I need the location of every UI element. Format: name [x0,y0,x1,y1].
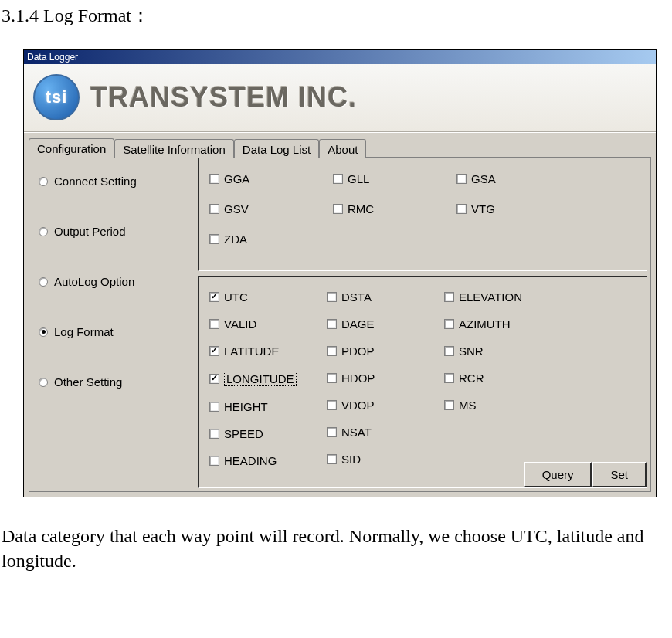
checkbox-icon [333,204,343,214]
checkbox-gsa[interactable]: GSA [456,172,580,185]
checkbox-heading[interactable]: HEADING [209,454,327,467]
checkbox-icon [456,204,467,214]
checkbox-label: LATITUDE [224,344,279,358]
data-logger-window: Data Logger tsi TRANSYSTEM INC. Configur… [23,49,657,497]
checkbox-icon [327,373,337,383]
checkbox-icon [327,319,337,329]
checkbox-speed[interactable]: SPEED [209,427,327,440]
checkbox-elevation[interactable]: ELEVATION [444,290,568,304]
checkbox-label: LONGITUDE [224,372,297,386]
checkbox-label: DSTA [341,290,372,304]
checkbox-gsv[interactable]: GSV [209,202,333,215]
sidebar-radio-log-format[interactable]: Log Format [39,325,192,338]
checkbox-valid[interactable]: VALID [209,317,327,331]
checkbox-vdop[interactable]: VDOP [327,399,444,412]
checkbox-rmc[interactable]: RMC [333,202,456,215]
checkbox-label: UTC [224,290,248,304]
checkbox-vtg[interactable]: VTG [456,202,580,215]
radio-label: Output Period [54,225,126,238]
checkbox-label: DAGE [341,317,375,331]
checkbox-azimuth[interactable]: AZIMUTH [444,317,568,331]
checkbox-nsat[interactable]: NSAT [327,426,444,439]
checkbox-icon [333,174,343,184]
checkbox-label: VDOP [341,399,375,412]
checkbox-utc[interactable]: UTC [209,290,327,304]
tab-data-log-list[interactable]: Data Log List [234,139,319,158]
checkbox-sid[interactable]: SID [327,453,444,466]
checkbox-gll[interactable]: GLL [333,172,456,185]
radio-label: Connect Setting [54,175,137,188]
sidebar-radio-list: Connect SettingOutput PeriodAutoLog Opti… [29,158,198,491]
checkbox-snr[interactable]: SNR [444,344,568,358]
checkbox-icon [209,204,219,214]
checkbox-icon [209,429,219,439]
checkbox-dsta[interactable]: DSTA [327,290,444,304]
checkbox-label: HEADING [224,454,277,467]
checkbox-icon [444,292,454,302]
checkbox-label: MS [459,399,477,412]
checkbox-icon [327,346,337,356]
checkbox-label: HEIGHT [224,400,268,413]
query-button[interactable]: Query [524,462,592,487]
checkbox-icon [209,292,219,302]
sidebar-radio-connect-setting[interactable]: Connect Setting [39,175,192,188]
sidebar-radio-autolog-option[interactable]: AutoLog Option [39,275,192,288]
set-button[interactable]: Set [592,462,647,487]
checkbox-icon [209,319,219,329]
checkbox-icon [444,346,454,356]
checkbox-icon [209,174,219,184]
checkbox-label: RMC [348,202,374,215]
checkbox-label: GSV [224,202,249,215]
checkbox-gga[interactable]: GGA [209,172,333,185]
checkbox-latitude[interactable]: LATITUDE [209,344,327,358]
tab-about[interactable]: About [319,139,366,158]
checkbox-icon [444,400,454,410]
sidebar-radio-output-period[interactable]: Output Period [39,225,192,238]
config-pane: Connect SettingOutput PeriodAutoLog Opti… [29,158,651,492]
checkbox-icon [209,456,219,466]
checkbox-dage[interactable]: DAGE [327,317,444,331]
checkbox-icon [209,234,219,244]
checkbox-icon [327,454,337,464]
checkbox-pdop[interactable]: PDOP [327,344,444,358]
checkbox-icon [209,402,219,412]
radio-icon [39,378,48,387]
radio-icon [39,327,48,337]
sidebar-radio-other-setting[interactable]: Other Setting [39,375,192,389]
checkbox-icon [327,427,337,437]
checkbox-ms[interactable]: MS [444,399,568,412]
checkbox-label: NSAT [341,426,372,439]
checkbox-label: SID [341,453,361,466]
checkbox-icon [456,174,467,184]
checkbox-label: AZIMUTH [459,317,511,331]
window-titlebar: Data Logger [24,50,656,64]
checkbox-label: VALID [224,317,256,331]
checkbox-icon [444,373,454,383]
checkbox-icon [444,319,454,329]
checkbox-zda[interactable]: ZDA [209,232,333,246]
checkbox-height[interactable]: HEIGHT [209,400,327,413]
checkbox-icon [209,346,219,356]
radio-icon [39,177,48,186]
radio-icon [39,227,48,236]
checkbox-longitude[interactable]: LONGITUDE [209,372,327,386]
radio-icon [39,277,48,287]
radio-label: Log Format [54,325,114,338]
checkbox-icon [209,374,219,384]
tab-strip: ConfigurationSatellite InformationData L… [24,132,656,158]
checkbox-label: VTG [471,202,495,215]
checkbox-label: ZDA [224,232,247,246]
radio-label: AutoLog Option [54,275,134,288]
checkbox-rcr[interactable]: RCR [444,372,568,385]
checkbox-hdop[interactable]: HDOP [327,372,444,385]
tab-satellite-information[interactable]: Satellite Information [114,139,234,158]
tsi-logo-icon: tsi [33,74,80,120]
radio-label: Other Setting [54,375,122,389]
tab-configuration[interactable]: Configuration [29,138,114,158]
brand-banner: tsi TRANSYSTEM INC. [24,64,656,132]
footer-paragraph: Data category that each way point will r… [0,505,672,580]
checkbox-icon [327,292,337,302]
checkbox-label: GSA [471,172,496,185]
section-heading: 3.1.4 Log Format： [0,0,672,34]
checkbox-label: GLL [348,172,369,185]
